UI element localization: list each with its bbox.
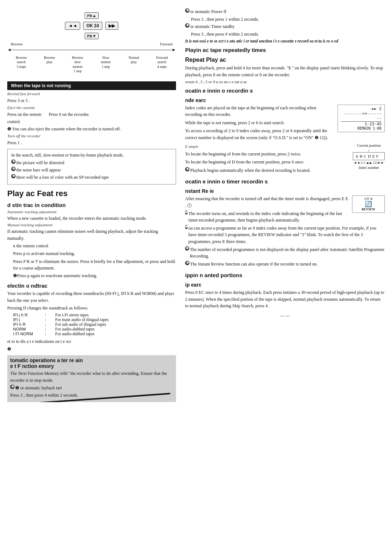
pr-up-row: PR▲: [85, 12, 99, 19]
forward-button[interactable]: ▶▶: [105, 22, 118, 30]
left-column: PR▲ ◄◄ OK 24 ▶▶ PR▼ Reverse Forward ◄ ►: [7, 7, 181, 548]
repeat-body: During playback, press and hold 4 for mo…: [185, 65, 385, 78]
warning-box: In the search, still, slow-motion or fra…: [7, 149, 176, 184]
skip-title: ippin n anted portions: [185, 272, 385, 278]
set-to-line: et to to dis a t e indications on t e sc…: [7, 338, 176, 352]
forward-search-label: Forward search 4 steps: [149, 56, 175, 73]
reverse-slow-label: Reverse slow motion 1 step: [65, 56, 90, 73]
normal-play-label: Normal play: [121, 56, 147, 73]
playback-features-title: Play ac Feat res: [7, 189, 176, 198]
ok24-button[interactable]: OK 24: [83, 22, 102, 30]
rewind-heading: Rewind fast forward: [7, 92, 176, 96]
press-3-or-5: Press 3 or 5 .: [7, 97, 176, 104]
table-row: IFI j : For main audio of ilingual tapes: [13, 317, 176, 322]
auto-operations-title: tomatic operations a ter re ain: [10, 357, 173, 363]
pr-down-button[interactable]: PR▼: [85, 33, 99, 39]
review-box: SAT ⊕ 🔄 REVIEW: [352, 195, 385, 213]
right-column: ❶or utomatic Power ff Press 3 , then pre…: [181, 7, 385, 548]
forward-label: Forward: [160, 42, 172, 46]
auto-tracking-body: When a new cassette is loaded, the recor…: [7, 215, 176, 222]
turn-off-instructions: Press 1 .: [7, 139, 176, 146]
instant-review-title: nstant Re ie: [185, 188, 385, 194]
page-number: — —: [185, 313, 385, 319]
repeat-sub: Repeat Play ac: [185, 57, 385, 63]
rewind-button[interactable]: ◄◄: [65, 22, 80, 30]
skip-body: Press 0 EC once to 4 times during playba…: [185, 289, 385, 309]
skip-sub: ip earc: [185, 282, 385, 288]
eject-heading: Eject the cassette: [7, 105, 176, 110]
remote-control-section: n the remote control Press p to activate…: [13, 243, 176, 279]
table-row: IFI h R : For sub audio of ilingual tape…: [13, 322, 176, 327]
auto-tracking-sub: Automatic tracking adjustment: [7, 210, 176, 214]
eject-instructions: Press on the remote Press 0 on the recor…: [7, 111, 176, 132]
reverse-play-label: Reverse play: [37, 56, 62, 73]
auto-operations-box: tomatic operations a ter re ain e t F nc…: [7, 355, 176, 402]
slow-motion-label: Slow motion 1 step: [93, 56, 118, 73]
timer-locating-title: ocatin e innin o timer recordin s: [185, 178, 385, 185]
table-row: NORM : For audio-dubbed tapes: [13, 327, 176, 331]
tape-not-running-text: When the tape is not running: [11, 83, 71, 88]
next-function-title: e t F nction emory: [10, 363, 173, 369]
reverse-label: Reverse: [11, 42, 23, 46]
soundtrack-body: Your recorder is capable of recording th…: [7, 290, 176, 311]
soundtrack-title: electin o ndtrac: [7, 283, 176, 289]
locating-sub: nde earc: [185, 97, 385, 103]
italic-note: It is not ossi e to se ect t e uto atic …: [185, 39, 385, 43]
repeat-title: Playin ac tape repeatedly times: [185, 47, 385, 53]
manual-tracking-body: If automatic tracking cannot eliminate n…: [7, 228, 176, 242]
table-row: IFI j h R : For i-Fi stereo tapes: [13, 313, 176, 317]
adj-tracking-title: d stin trac in condition: [7, 202, 176, 208]
index-graph: Current position ↓ ABCDEF ◄◄ -2-1◄►123 ►…: [353, 143, 385, 170]
pressing-note: ressin 4 , 3 , 5 or 9 a so sto s e eat a…: [185, 80, 385, 84]
step-labels: Reverse search 3 steps Reverse play Reve…: [7, 56, 176, 73]
turn-off-heading: Turn off the recorder: [7, 134, 176, 138]
manual-tracking-sub: Manual tracking adjustment: [7, 223, 176, 227]
table-row: I FI NORM : For audio-dubbed tapes: [13, 332, 176, 336]
index-display-area: ►► 2 -------->>-------- 1·23·45 REMAIN 1…: [338, 105, 385, 132]
soundtrack-table: IFI j h R : For i-Fi stereo tapes IFI j …: [13, 313, 176, 336]
auto-power-section: ❶or utomatic Power ff Press 3 , then pre…: [185, 8, 385, 37]
main-control-row: ◄◄ OK 24 ▶▶: [65, 22, 118, 30]
pr-down-row: PR▼: [85, 33, 99, 39]
vcr-diagram: PR▲ ◄◄ OK 24 ▶▶ PR▼ Reverse Forward ◄ ►: [7, 7, 176, 78]
locating-title: ocatin e innin o recordin s: [185, 88, 385, 94]
tape-not-running-box: When the tape is not running: [7, 81, 176, 90]
reverse-search-label: Reverse search 3 steps: [9, 56, 34, 73]
example-section: Current position ↓ ABCDEF ◄◄ -2-1◄►123 ►…: [185, 143, 385, 175]
pr-up-button[interactable]: PR▲: [85, 12, 99, 19]
